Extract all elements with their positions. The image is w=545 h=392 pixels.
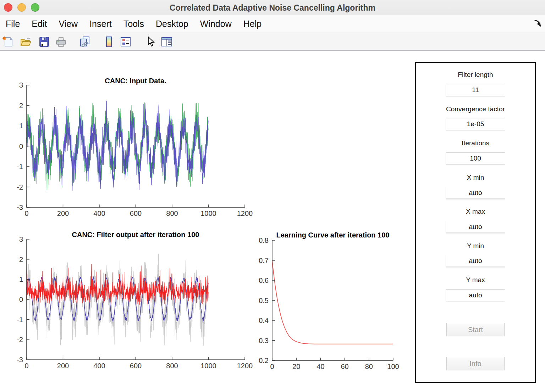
x-tick-label: 200: [57, 209, 69, 217]
y-tick-label: 0: [19, 296, 23, 303]
y-tick-label: 2: [19, 256, 23, 263]
x-max-field[interactable]: [446, 221, 505, 233]
chart-learning-curve-title: Learning Curve after iteration 100: [276, 231, 390, 239]
y-tick-label: 1: [19, 275, 23, 283]
menu-view[interactable]: View: [59, 19, 78, 29]
filter-length-label: Filter length: [416, 71, 535, 79]
print-figure-icon[interactable]: [55, 36, 67, 48]
menubar: File Edit View Insert Tools Desktop Wind…: [0, 15, 545, 33]
y-tick-label: 1: [19, 122, 23, 130]
y-min-field[interactable]: [446, 255, 505, 267]
axis-spines: [27, 85, 245, 207]
x-tick-label: 80: [365, 363, 373, 370]
convergence-factor-label: Convergence factor: [416, 105, 535, 113]
y-tick-label: 0.6: [259, 276, 269, 284]
chart-2: 0204060801000.20.30.40.50.60.70.8: [259, 236, 399, 370]
control-panel: Filter length Convergence factor Iterati…: [415, 62, 536, 383]
noisy-input-gray: [27, 254, 208, 346]
open-file-icon[interactable]: [20, 36, 32, 48]
chart-0: 020040060080010001200-3-2-10123: [17, 81, 253, 217]
x-tick-label: 0: [24, 209, 28, 217]
y-tick-label: 3: [19, 81, 23, 89]
x-min-field[interactable]: [446, 187, 505, 199]
axis-spines: [272, 240, 393, 360]
mse-learning-curve: [272, 261, 393, 344]
filter-length-field[interactable]: [446, 84, 505, 96]
x-tick-label: 400: [93, 209, 105, 217]
figure-toolbar: [0, 33, 545, 51]
y-tick-label: -3: [17, 203, 23, 211]
dock-figure-icon[interactable]: [533, 19, 543, 29]
x-tick-label: 20: [292, 363, 300, 370]
window-title: Correlated Data Adaptive Noise Cancellin…: [0, 0, 545, 15]
iterations-field[interactable]: [446, 152, 505, 164]
y-tick-label: 3: [19, 235, 23, 243]
convergence-factor-field[interactable]: [446, 118, 505, 130]
y-tick-label: -2: [17, 336, 23, 343]
menu-help[interactable]: Help: [243, 19, 262, 29]
edit-plot-pointer-icon[interactable]: [144, 36, 156, 48]
y-max-label: Y max: [416, 276, 535, 284]
reference-input-signal: [27, 101, 208, 191]
x-tick-label: 600: [130, 209, 142, 217]
save-figure-icon[interactable]: [38, 36, 50, 48]
x-tick-label: 800: [166, 209, 178, 217]
insert-legend-icon[interactable]: [120, 36, 132, 48]
titlebar: Correlated Data Adaptive Noise Cancellin…: [0, 0, 545, 15]
y-tick-label: 2: [19, 102, 23, 110]
x-tick-label: 1200: [237, 362, 253, 370]
start-button[interactable]: Start: [446, 323, 505, 336]
x-tick-label: 200: [57, 362, 69, 370]
chart-1: 020040060080010001200-3-2-10123: [17, 235, 253, 370]
new-figure-icon[interactable]: [2, 36, 14, 48]
y-tick-label: -1: [17, 163, 23, 170]
x-tick-label: 800: [166, 362, 178, 370]
x-tick-label: 0: [270, 363, 274, 370]
info-button[interactable]: Info: [446, 357, 505, 370]
y-tick-label: 0: [19, 142, 23, 150]
x-tick-label: 400: [93, 362, 105, 370]
x-tick-label: 40: [316, 363, 324, 370]
link-plot-icon[interactable]: [79, 36, 91, 48]
menu-insert[interactable]: Insert: [89, 19, 112, 29]
y-tick-label: -3: [17, 356, 23, 364]
y-min-label: Y min: [416, 242, 535, 250]
y-tick-label: 0.4: [259, 317, 269, 324]
chart-input-data-title: CANC: Input Data.: [105, 77, 166, 85]
insert-colorbar-icon[interactable]: [103, 36, 115, 48]
x-tick-label: 1000: [200, 209, 216, 217]
property-editor-icon[interactable]: [161, 36, 173, 48]
primary-input-signal: [27, 103, 208, 190]
x-min-label: X min: [416, 174, 535, 181]
y-tick-label: -2: [17, 183, 23, 191]
y-tick-label: 0.2: [259, 357, 269, 364]
x-tick-label: 100: [387, 363, 399, 370]
x-max-label: X max: [416, 208, 535, 215]
y-tick-label: 0.8: [259, 236, 269, 244]
x-tick-label: 1000: [200, 362, 216, 370]
y-tick-label: 0.7: [259, 257, 269, 264]
x-tick-label: 1200: [237, 209, 253, 217]
x-tick-label: 0: [24, 362, 28, 370]
iterations-label: Iterations: [416, 139, 535, 147]
menu-tools[interactable]: Tools: [123, 19, 144, 29]
menu-desktop[interactable]: Desktop: [156, 19, 188, 29]
menu-window[interactable]: Window: [200, 19, 232, 29]
y-max-field[interactable]: [446, 289, 505, 301]
x-tick-label: 600: [130, 362, 142, 370]
chart-filter-output-title: CANC: Filter output after iteration 100: [72, 231, 199, 239]
x-tick-label: 60: [341, 363, 348, 370]
y-tick-label: -1: [17, 316, 23, 324]
y-tick-label: 0.5: [259, 297, 269, 304]
y-tick-label: 0.3: [259, 337, 269, 345]
menu-edit[interactable]: Edit: [32, 19, 47, 29]
menu-file[interactable]: File: [6, 19, 20, 29]
